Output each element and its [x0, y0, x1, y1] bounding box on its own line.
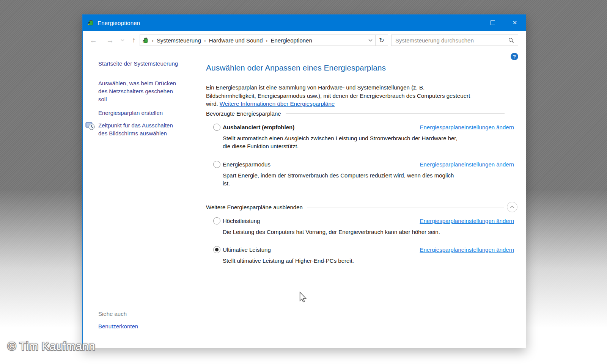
- sidebar-item-benutzerkonten[interactable]: Benutzerkonten: [98, 323, 138, 329]
- desktop-background: Energieoptionen ✕ ← → ↑: [0, 0, 607, 364]
- refresh-icon: ↻: [379, 37, 384, 44]
- search-icon[interactable]: [508, 38, 514, 43]
- radio-hoechstleistung[interactable]: [213, 217, 220, 224]
- plan-name[interactable]: Energiesparmodus: [223, 161, 270, 168]
- radio-ausbalanciert[interactable]: [213, 124, 220, 131]
- help-button[interactable]: ?: [511, 53, 518, 60]
- address-dropdown-button[interactable]: [365, 39, 375, 42]
- plan-description: Stellt automatisch einen Ausgleich zwisc…: [223, 134, 500, 150]
- chevron-down-icon: [121, 39, 124, 41]
- up-arrow-icon: ↑: [132, 36, 136, 44]
- refresh-button[interactable]: ↻: [375, 35, 388, 46]
- plan-description: Spart Energie, indem der Stromverbrauch …: [223, 171, 500, 187]
- plan-row-hoechstleistung: Höchstleistung Energiesparplaneinstellun…: [213, 217, 514, 224]
- forward-arrow-icon: →: [106, 36, 114, 45]
- page-title: Auswählen oder Anpassen eines Energiespa…: [206, 63, 386, 72]
- maximize-button[interactable]: [482, 15, 504, 31]
- power-options-app-icon: [87, 19, 94, 27]
- search-box[interactable]: Systemsteuerung durchsuchen: [391, 35, 518, 46]
- breadcrumb-hardware-und-sound[interactable]: Hardware und Sound: [209, 37, 263, 44]
- maximize-icon: [491, 20, 495, 25]
- mouse-cursor-icon: [299, 292, 307, 304]
- recent-pages-button[interactable]: [118, 31, 127, 50]
- back-button[interactable]: ←: [86, 31, 101, 50]
- plan-row-ausbalanciert: Ausbalanciert (empfohlen) Energiesparpla…: [213, 124, 514, 131]
- breadcrumb-separator-icon: ›: [149, 37, 157, 44]
- plan-settings-link[interactable]: Energiesparplaneinstellungen ändern: [420, 161, 514, 168]
- sidebar-item-netzschalter[interactable]: Auswählen, was beim Drücken des Netzscha…: [98, 79, 176, 103]
- sidebar-item-bildschirm-ausschalten[interactable]: Zeitpunkt für das Ausschalten des Bildsc…: [98, 121, 173, 137]
- search-placeholder: Systemsteuerung durchsuchen: [395, 37, 474, 44]
- plan-name[interactable]: Ultimative Leistung: [223, 246, 271, 253]
- energieoptionen-window: Energieoptionen ✕ ← → ↑: [82, 14, 526, 348]
- close-icon: ✕: [513, 19, 517, 26]
- chevron-up-icon: [510, 206, 514, 209]
- plan-row-ultimative-leistung: Ultimative Leistung Energiesparplaneinst…: [213, 246, 514, 253]
- plan-settings-link[interactable]: Energiesparplaneinstellungen ändern: [420, 124, 514, 130]
- window-controls: ✕: [460, 15, 526, 31]
- question-mark-icon: ?: [513, 54, 516, 60]
- section-preferred-plans: Bevorzugte Energiesparpläne: [206, 110, 505, 117]
- plan-settings-link[interactable]: Energiesparplaneinstellungen ändern: [420, 218, 514, 224]
- close-button[interactable]: ✕: [504, 15, 526, 31]
- window-titlebar: Energieoptionen ✕: [83, 15, 526, 31]
- breadcrumb-energieoptionen[interactable]: Energieoptionen: [271, 37, 312, 44]
- plan-description: Stellt ultimative Leistung auf Higher-En…: [223, 257, 500, 265]
- window-title: Energieoptionen: [97, 20, 140, 26]
- radio-ultimative-leistung[interactable]: [213, 246, 220, 253]
- breadcrumb-separator-icon: ›: [201, 37, 209, 44]
- section-additional-plans: Weitere Energiesparpläne ausblenden: [206, 202, 517, 212]
- sidebar-item-energiesparplan-erstellen[interactable]: Energiesparplan erstellen: [98, 109, 163, 117]
- minimize-icon: [469, 23, 473, 23]
- up-button[interactable]: ↑: [127, 31, 140, 50]
- section-preferred-label: Bevorzugte Energiesparpläne: [206, 110, 281, 117]
- chevron-down-icon: [368, 39, 373, 42]
- sidebar-item-home[interactable]: Startseite der Systemsteuerung: [98, 60, 178, 67]
- section-divider: [286, 113, 505, 114]
- collapse-section-button[interactable]: [507, 202, 517, 212]
- more-info-link[interactable]: Weitere Informationen über Energiesparpl…: [220, 100, 335, 107]
- breadcrumb-systemsteuerung[interactable]: Systemsteuerung: [157, 37, 201, 44]
- plan-description: Die Leistung des Computers hat Vorrang, …: [223, 228, 500, 236]
- section-divider: [307, 207, 504, 207]
- plan-row-energiesparmodus: Energiesparmodus Energiesparplaneinstell…: [213, 161, 514, 168]
- content-area: ? Startseite der Systemsteuerung Auswähl…: [83, 50, 526, 348]
- minimize-button[interactable]: [460, 15, 482, 31]
- power-options-breadcrumb-icon: [142, 37, 149, 44]
- copyright-watermark: © Tim Kaufmann: [8, 340, 95, 353]
- plan-name[interactable]: Höchstleistung: [223, 218, 260, 224]
- intro-paragraph: Ein Energiesparplan ist eine Sammlung vo…: [206, 83, 515, 108]
- see-also-heading: Siehe auch: [98, 311, 127, 317]
- display-clock-icon: [85, 121, 95, 132]
- section-additional-label: Weitere Energiesparpläne ausblenden: [206, 204, 303, 210]
- back-arrow-icon: ←: [90, 36, 97, 45]
- forward-button[interactable]: →: [102, 31, 118, 50]
- plan-settings-link[interactable]: Energiesparplaneinstellungen ändern: [420, 246, 514, 253]
- address-bar[interactable]: › Systemsteuerung › Hardware und Sound ›…: [140, 35, 388, 46]
- plan-name[interactable]: Ausbalanciert (empfohlen): [223, 124, 294, 130]
- radio-energiesparmodus[interactable]: [213, 161, 220, 168]
- navigation-toolbar: ← → ↑ › Systemsteuerung ›: [83, 31, 526, 50]
- breadcrumb-separator-icon: ›: [263, 37, 271, 44]
